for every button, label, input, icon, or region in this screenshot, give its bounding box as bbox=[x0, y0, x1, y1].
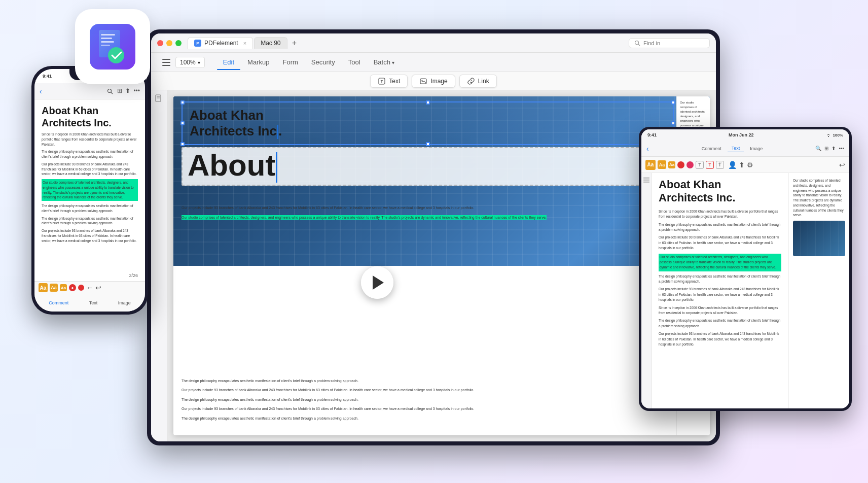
pdf-page-left: Aboat KhanArchitects Inc. About Our proj… bbox=[173, 96, 710, 435]
handle-ml[interactable] bbox=[180, 121, 185, 125]
phone-color-dot-icon[interactable] bbox=[78, 285, 84, 291]
tab-form[interactable]: Form bbox=[276, 56, 304, 68]
phone-color-red-icon[interactable]: ● bbox=[69, 284, 76, 291]
svg-point-7 bbox=[635, 41, 639, 44]
tablet-time: 9:41 bbox=[647, 132, 657, 137]
close-button[interactable] bbox=[157, 40, 163, 46]
svg-rect-25 bbox=[643, 178, 649, 179]
mac-tab[interactable]: Mac 90 bbox=[254, 37, 287, 49]
tablet-text-color-icon[interactable]: T bbox=[706, 161, 714, 169]
maximize-button[interactable] bbox=[175, 40, 182, 46]
tablet-toolbar-actions: 🔍 ⊞ ⬆ ••• bbox=[815, 146, 844, 151]
sub-toolbar: T Text Image bbox=[151, 72, 716, 90]
handle-mr[interactable] bbox=[671, 121, 675, 125]
tablet-tab-text[interactable]: Text bbox=[728, 145, 744, 152]
video-play-button[interactable] bbox=[361, 266, 393, 299]
tablet-right-text-1: Our studio comprises of talented archite… bbox=[793, 178, 845, 218]
tablet-share-icon[interactable]: ⬆ bbox=[831, 146, 836, 151]
tab-edit[interactable]: Edit bbox=[217, 56, 240, 68]
tablet-color-red-icon[interactable] bbox=[677, 161, 684, 168]
nav-tabs: Edit Markup Form Security Tool Batch bbox=[217, 56, 401, 68]
phone-toolbar-actions: ⊞ ⬆ ••• bbox=[45, 87, 140, 95]
tablet-share2-icon[interactable]: ⬆ bbox=[739, 161, 745, 169]
tablet-body-3: Our projects include 93 branches of bank… bbox=[659, 235, 781, 251]
tablet-back-button[interactable]: ‹ bbox=[646, 145, 649, 153]
tablet-body-1: Since its inception in 2006 Khan archite… bbox=[659, 209, 781, 220]
tablet-undo-icon[interactable]: ↩ bbox=[839, 161, 845, 169]
text-selection-box[interactable]: Aboat KhanArchitects Inc. bbox=[182, 101, 674, 145]
pdf-body-text-4: Our projects include 93 branches of bank… bbox=[182, 388, 674, 393]
image-button[interactable]: Image bbox=[412, 75, 455, 88]
search-input[interactable] bbox=[643, 40, 704, 46]
tablet-search-icon[interactable]: 🔍 bbox=[815, 146, 821, 151]
sidebar-pages-icon[interactable] bbox=[155, 94, 164, 104]
handle-bl[interactable] bbox=[180, 142, 185, 146]
text-button[interactable]: T Text bbox=[370, 75, 408, 88]
tablet-aa-med-icon[interactable]: Aa bbox=[658, 160, 666, 169]
tablet-text-style-icon[interactable]: T̄ bbox=[716, 161, 724, 169]
tablet-aa-small-icon[interactable]: Aa bbox=[668, 161, 675, 168]
phone-content: Aboat KhanArchitects Inc. Since its ince… bbox=[34, 99, 145, 251]
phone-redo-icon[interactable]: ↩ bbox=[95, 284, 101, 292]
link-button[interactable]: Link bbox=[459, 75, 497, 88]
svg-rect-11 bbox=[162, 65, 170, 66]
tablet-settings-icon[interactable]: ⚙ bbox=[747, 161, 753, 169]
phone-tab-text[interactable]: Text bbox=[85, 299, 102, 306]
svg-rect-5 bbox=[101, 45, 110, 46]
tablet-color-pink-icon[interactable] bbox=[686, 161, 694, 168]
phone-toolbar: ‹ ⊞ ⬆ ••• bbox=[34, 83, 145, 99]
phone-grid-icon[interactable]: ⊞ bbox=[117, 87, 122, 95]
tablet-sidebar-toggle[interactable] bbox=[641, 173, 652, 408]
tablet-tab-image[interactable]: Image bbox=[746, 145, 767, 152]
tablet-grid-icon[interactable]: ⊞ bbox=[824, 146, 828, 151]
phone-arrow-icon[interactable]: ← bbox=[86, 284, 93, 292]
pdf-body-text-1: Our projects include 93 branches of bank… bbox=[182, 205, 674, 211]
phone-search-icon[interactable] bbox=[106, 87, 114, 95]
phone-aa-med-icon[interactable]: Aa bbox=[50, 284, 58, 292]
phone-back-button[interactable]: ‹ bbox=[40, 87, 42, 95]
phone-aa-large-icon[interactable]: Aa bbox=[39, 283, 48, 292]
phone-screen: 9:41 100% ‹ bbox=[34, 69, 145, 312]
phone-tab-image[interactable]: Image bbox=[114, 299, 135, 306]
handle-tm[interactable] bbox=[426, 100, 430, 105]
tablet-more-icon[interactable]: ••• bbox=[839, 146, 844, 151]
tablet-person-icon[interactable]: 👤 bbox=[728, 161, 737, 169]
image-label: Image bbox=[430, 78, 447, 85]
large-about-container[interactable]: About bbox=[182, 147, 674, 186]
new-tab-button[interactable]: + bbox=[288, 37, 301, 49]
phone-more-icon[interactable]: ••• bbox=[133, 87, 140, 95]
handle-tr[interactable] bbox=[671, 100, 675, 105]
minimize-button[interactable] bbox=[166, 40, 172, 46]
phone-tab-comment[interactable]: Comment bbox=[45, 299, 73, 306]
search-bar[interactable] bbox=[629, 38, 710, 48]
tab-markup[interactable]: Markup bbox=[241, 56, 275, 68]
handle-bm[interactable] bbox=[426, 142, 430, 146]
phone-bottom-tabs: Comment Text Image bbox=[34, 294, 145, 312]
sidebar-panel bbox=[151, 90, 167, 441]
search-icon bbox=[634, 40, 640, 46]
zoom-control[interactable]: 100% bbox=[175, 57, 205, 68]
tablet-aa-large-icon[interactable]: Aa bbox=[645, 160, 656, 170]
pdf-body-text-5: The design philosophy encapsulates aesth… bbox=[182, 397, 674, 403]
title-bar: P PDFelement × Mac 90 + bbox=[151, 33, 716, 53]
phone-share-icon[interactable]: ⬆ bbox=[125, 87, 130, 95]
tablet-status-icons: 100% bbox=[826, 133, 843, 137]
tablet-body-5: The design philosophy encapsulates aesth… bbox=[659, 274, 781, 285]
tab-close-icon[interactable]: × bbox=[243, 40, 246, 46]
main-toolbar: 100% Edit Markup Form Security Tool Batc… bbox=[151, 53, 716, 72]
mac-tab-label: Mac 90 bbox=[261, 40, 280, 47]
sidebar-toggle-button[interactable] bbox=[159, 55, 173, 70]
phone-page-indicator: 3/26 bbox=[127, 272, 140, 279]
phone-body-2: The design philosophy encapsulates aesth… bbox=[42, 149, 138, 159]
phone-aa-small-icon[interactable]: Aa bbox=[60, 284, 67, 291]
tablet-tab-comment[interactable]: Comment bbox=[698, 145, 726, 152]
content-area: Aboat KhanArchitects Inc. About Our proj… bbox=[151, 90, 716, 441]
tab-tool[interactable]: Tool bbox=[342, 56, 367, 68]
tab-security[interactable]: Security bbox=[305, 56, 341, 68]
svg-text:T: T bbox=[381, 80, 383, 83]
app-tab[interactable]: P PDFelement × bbox=[188, 37, 253, 49]
tablet-text-format-icon[interactable]: T bbox=[696, 161, 704, 169]
tab-batch[interactable]: Batch bbox=[368, 56, 401, 68]
handle-tl[interactable] bbox=[180, 100, 185, 105]
tablet-status-bar: 9:41 Mon Jun 22 100% bbox=[641, 129, 849, 141]
